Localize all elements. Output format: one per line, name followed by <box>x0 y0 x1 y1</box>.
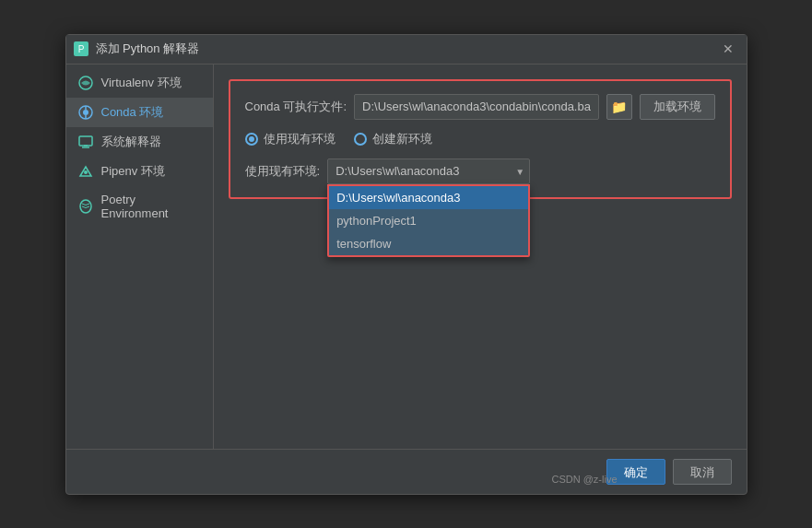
create-new-label: 创建新环境 <box>372 131 432 147</box>
sidebar-label-pipenv: Pipenv 环境 <box>101 163 165 180</box>
sidebar-label-virtualenv: Virtualenv 环境 <box>101 75 182 91</box>
svg-point-11 <box>80 200 91 213</box>
env-selected-value: D:\Users\wl\anaconda3 <box>335 164 459 178</box>
main-panel: Conda 可执行文件: 📁 加载环境 使用现有环境 创建新环境 <box>214 65 747 449</box>
env-option-pythonproject1[interactable]: pythonProject1 <box>329 209 528 232</box>
env-label: 使用现有环境: <box>245 158 321 180</box>
sidebar: Virtualenv 环境 Conda 环境 <box>66 65 214 449</box>
sidebar-item-conda[interactable]: Conda 环境 <box>66 98 213 127</box>
cancel-button[interactable]: 取消 <box>673 459 732 485</box>
use-existing-radio-circle <box>245 133 258 146</box>
conda-exe-row: Conda 可执行文件: 📁 加载环境 <box>245 94 715 120</box>
dropdown-arrow-icon: ▼ <box>515 166 524 176</box>
load-env-button[interactable]: 加载环境 <box>640 94 715 120</box>
create-new-radio[interactable]: 创建新环境 <box>354 131 432 147</box>
env-dropdown-container: D:\Users\wl\anaconda3 ▼ D:\Users\wl\anac… <box>327 158 530 184</box>
dialog-title: 添加 Python 解释器 <box>96 41 717 57</box>
conda-exe-label: Conda 可执行文件: <box>245 99 347 115</box>
radio-row: 使用现有环境 创建新环境 <box>245 131 715 147</box>
poetry-icon <box>77 198 94 215</box>
dialog-footer: CSDN @z-live 确定 取消 <box>66 449 747 494</box>
conda-icon <box>77 104 94 121</box>
sidebar-label-system: 系统解释器 <box>101 134 161 150</box>
svg-text:P: P <box>77 44 84 54</box>
env-dropdown[interactable]: D:\Users\wl\anaconda3 ▼ <box>327 158 530 184</box>
title-bar: P 添加 Python 解释器 ✕ <box>66 35 747 65</box>
env-option-tensorflow[interactable]: tensorflow <box>329 232 528 255</box>
use-existing-label: 使用现有环境 <box>264 131 335 147</box>
sidebar-item-pipenv[interactable]: Pipenv 环境 <box>66 157 213 186</box>
watermark: CSDN @z-live <box>551 474 617 485</box>
content-area: Virtualenv 环境 Conda 环境 <box>66 65 747 449</box>
system-icon <box>77 134 94 150</box>
close-button[interactable]: ✕ <box>717 38 739 60</box>
virtualenv-icon <box>77 75 94 91</box>
sidebar-item-poetry[interactable]: Poetry Environment <box>66 186 213 227</box>
pipenv-icon <box>77 163 94 180</box>
conda-config-section: Conda 可执行文件: 📁 加载环境 使用现有环境 创建新环境 <box>229 79 732 199</box>
sidebar-label-conda: Conda 环境 <box>101 104 164 121</box>
folder-icon: 📁 <box>611 100 627 114</box>
env-option-anaconda3[interactable]: D:\Users\wl\anaconda3 <box>329 186 528 209</box>
svg-point-10 <box>84 170 88 174</box>
add-interpreter-dialog: P 添加 Python 解释器 ✕ Virtualenv 环境 <box>65 34 747 495</box>
app-icon: P <box>74 41 88 56</box>
svg-rect-7 <box>79 136 92 146</box>
create-new-radio-circle <box>354 133 367 146</box>
browse-folder-button[interactable]: 📁 <box>606 94 632 120</box>
env-dropdown-list: D:\Users\wl\anaconda3 pythonProject1 ten… <box>327 184 530 257</box>
sidebar-item-system[interactable]: 系统解释器 <box>66 127 213 157</box>
env-selector-row: 使用现有环境: D:\Users\wl\anaconda3 ▼ D:\Users… <box>245 158 715 184</box>
svg-point-4 <box>83 110 88 115</box>
sidebar-label-poetry: Poetry Environment <box>101 193 202 220</box>
conda-exe-input[interactable] <box>354 94 598 120</box>
sidebar-item-virtualenv[interactable]: Virtualenv 环境 <box>66 68 213 98</box>
use-existing-radio[interactable]: 使用现有环境 <box>245 131 335 147</box>
